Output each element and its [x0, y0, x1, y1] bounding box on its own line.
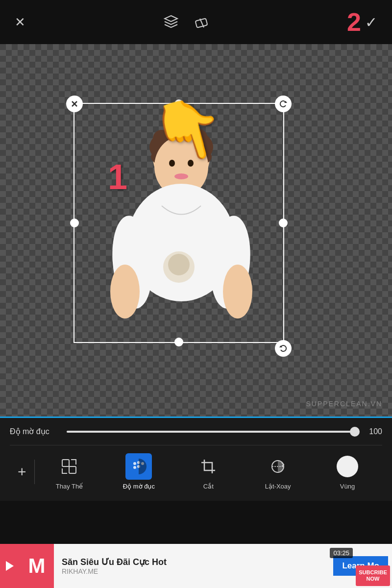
tool-replace[interactable]: Thay Thế — [35, 449, 104, 494]
bottom-toolbar: + Thay Thế — [10, 445, 382, 496]
svg-point-28 — [133, 462, 136, 465]
slider-thumb[interactable] — [350, 427, 360, 437]
opacity-slider[interactable] — [67, 431, 355, 433]
tool-replace-icon-box — [56, 453, 82, 480]
svg-point-15 — [174, 173, 188, 179]
eraser-icon[interactable] — [193, 14, 210, 30]
svg-rect-25 — [62, 460, 69, 466]
slider-fill — [67, 431, 355, 433]
opacity-label: Độ mờ đục — [10, 427, 59, 436]
svg-point-31 — [133, 466, 136, 469]
blue-separator — [0, 416, 392, 418]
tool-opacity-icon-box — [125, 453, 152, 480]
tool-flip-label: Lật-Xoay — [265, 483, 291, 490]
svg-point-24 — [110, 265, 140, 318]
ad-title: Săn Siêu Ưu Đãi Cực Hot — [62, 557, 325, 567]
tool-flip[interactable]: Lật-Xoay — [243, 449, 313, 494]
tool-crop[interactable]: Cắt — [173, 449, 243, 494]
opacity-value: 100 — [363, 427, 382, 436]
ad-subscribe-text: SUBCRIBENOW — [359, 569, 387, 582]
controls-area: Độ mờ đục 100 + Thay Thế — [0, 418, 392, 501]
toolbar-center-icons — [163, 14, 210, 30]
tool-zone-icon-box — [334, 453, 361, 480]
ad-logo: M — [20, 544, 54, 588]
tool-flip-icon-box — [265, 453, 291, 480]
ad-banner: M Săn Siêu Ưu Đãi Cực Hot RIKHAY.ME Lear… — [0, 544, 392, 588]
tool-opacity-label: Độ mờ đục — [123, 483, 155, 490]
ad-timer: 03:25 — [330, 548, 353, 558]
tool-zone-label: Vùng — [340, 483, 355, 490]
layers-icon[interactable] — [163, 14, 179, 30]
plus-icon: + — [18, 464, 26, 480]
svg-rect-26 — [69, 466, 76, 473]
zone-circle-icon — [337, 456, 358, 477]
svg-marker-0 — [165, 16, 177, 22]
tool-opacity[interactable]: Độ mờ đục — [104, 449, 173, 494]
step-1-label: 1 — [108, 157, 127, 197]
watermark: SUPPERCLEAN.VN — [306, 400, 382, 408]
replace-icon — [60, 458, 78, 475]
opacity-row: Độ mờ đục 100 — [10, 427, 382, 436]
svg-marker-34 — [6, 561, 14, 571]
svg-point-22 — [168, 254, 190, 275]
opacity-icon — [128, 456, 149, 477]
flip-icon — [269, 458, 287, 475]
top-toolbar: ✕ 2 ✓ — [0, 0, 392, 44]
ad-play-button[interactable] — [0, 544, 20, 588]
add-button[interactable]: + — [10, 464, 34, 480]
tool-crop-icon-box — [195, 453, 221, 480]
ad-source: RIKHAY.ME — [62, 567, 325, 575]
tool-zone[interactable]: Vùng — [313, 449, 382, 494]
close-button[interactable]: ✕ — [15, 15, 25, 30]
tool-replace-label: Thay Thế — [56, 483, 83, 490]
confirm-button[interactable]: ✓ — [365, 14, 377, 31]
toolbar-right: 2 ✓ — [347, 9, 377, 35]
crop-icon — [199, 458, 217, 475]
ad-subscribe-button[interactable]: SUBCRIBENOW — [356, 565, 390, 586]
step-indicator: 2 — [347, 9, 361, 35]
ad-text-area: Săn Siêu Ưu Đãi Cực Hot RIKHAY.ME — [54, 557, 333, 575]
svg-point-23 — [223, 265, 252, 318]
tool-crop-label: Cắt — [203, 483, 214, 490]
canvas-area: 1 👇 — [0, 44, 392, 416]
